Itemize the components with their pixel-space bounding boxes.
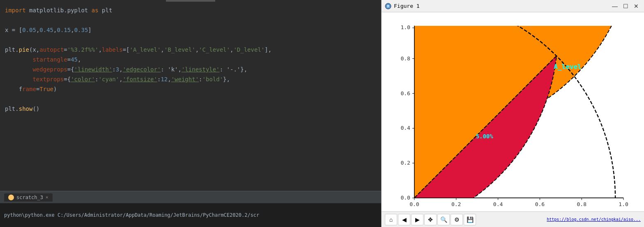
figure-chart-area: 0.0 0.2 0.4 0.6 0.8 1.0 0.0 0.2 0.4 0.6 … — [382, 12, 644, 211]
code-line-6: startangle=45, — [0, 55, 381, 65]
svg-text:0.2: 0.2 — [400, 160, 410, 166]
terminal-text: python\python.exe C:/Users/Administrator… — [4, 212, 259, 218]
figure-toolbar: ⌂ ◀ ▶ ✥ 🔍 ⚙ 💾 https://blog.csdn.net/chin… — [382, 211, 644, 227]
svg-text:M: M — [387, 5, 389, 9]
code-area[interactable]: import matplotlib.pyplot as plt x = [ 0.… — [0, 2, 381, 191]
figure-title: Figure 1 — [394, 3, 420, 9]
tab-close-button[interactable]: ✕ — [46, 195, 48, 200]
editor-panel: import matplotlib.pyplot as plt x = [ 0.… — [0, 0, 381, 227]
save-button[interactable]: 💾 — [464, 214, 476, 225]
svg-text:0.4: 0.4 — [400, 125, 410, 131]
figure-app-icon: M — [385, 3, 391, 9]
svg-text:0.8: 0.8 — [400, 55, 410, 62]
code-line-10 — [0, 94, 381, 104]
terminal-bar: scratch_3 ✕ — [0, 191, 381, 203]
back-button[interactable]: ◀ — [398, 214, 410, 225]
val-3: 0.35 — [74, 25, 88, 34]
code-line-3: x = [ 0.05 , 0.45 , 0.15 , 0.35 ] — [0, 25, 381, 35]
svg-text:0.6: 0.6 — [400, 90, 410, 96]
svg-text:0.0: 0.0 — [409, 201, 419, 207]
code-line-9: frame=True) — [0, 85, 381, 94]
svg-text:0.8: 0.8 — [577, 201, 586, 207]
svg-text:0.4: 0.4 — [493, 201, 503, 207]
move-button[interactable]: ✥ — [424, 214, 437, 225]
code-line-8: textprops={'color':'cyan','fontsize':12,… — [0, 75, 381, 85]
figure-titlebar: M Figure 1 — ☐ ✕ — [382, 0, 644, 12]
keyword-import: import — [5, 6, 26, 15]
svg-text:0.0: 0.0 — [400, 195, 410, 201]
svg-text:1.0: 1.0 — [619, 201, 628, 207]
svg-text:1.0: 1.0 — [400, 24, 410, 30]
minimize-button[interactable]: — — [610, 2, 619, 11]
code-line-7: wedgeprops={'linewidth': 3, 'edgecolor':… — [0, 65, 381, 75]
code-line-11: plt.show() — [0, 104, 381, 114]
label-a-level: A_level — [554, 63, 581, 71]
svg-text:0.2: 0.2 — [451, 201, 461, 207]
lib-name: matplotlib.pyplot — [26, 6, 92, 15]
val-2: 0.15 — [57, 25, 71, 34]
toolbar-buttons: ⌂ ◀ ▶ ✥ 🔍 ⚙ 💾 — [385, 214, 476, 225]
val-0: 0.05 — [22, 25, 36, 34]
figure-title-controls: — ☐ ✕ — [610, 2, 641, 11]
terminal-tab[interactable]: scratch_3 ✕ — [4, 193, 53, 202]
alias-plt: plt — [99, 6, 113, 15]
code-line-2 — [0, 16, 381, 25]
home-button[interactable]: ⌂ — [385, 214, 397, 225]
pct-a-level: 5.00% — [476, 133, 494, 140]
val-1: 0.45 — [39, 25, 53, 34]
forward-button[interactable]: ▶ — [411, 214, 423, 225]
figure-title-left: M Figure 1 — [385, 3, 420, 9]
python-icon — [8, 195, 14, 200]
figure-url: https://blog.csdn.net/chingkai/aiso... — [547, 217, 641, 222]
close-button[interactable]: ✕ — [632, 2, 641, 11]
chart-svg: 0.0 0.2 0.4 0.6 0.8 1.0 0.0 0.2 0.4 0.6 … — [382, 12, 644, 211]
settings-button[interactable]: ⚙ — [451, 214, 463, 225]
code-line-5: plt.pie(x, autopct='%3.2f%%', labels=['A… — [0, 45, 381, 55]
keyword-as: as — [92, 6, 99, 15]
tab-label: scratch_3 — [16, 195, 43, 200]
svg-text:0.6: 0.6 — [535, 201, 545, 207]
code-line-4 — [0, 35, 381, 45]
assign: = [ — [8, 25, 22, 34]
figure-window: M Figure 1 — ☐ ✕ 0.0 0.2 0.4 0.6 0.8 1.0 — [381, 0, 644, 227]
maximize-button[interactable]: ☐ — [621, 2, 630, 11]
code-line-1: import matplotlib.pyplot as plt — [0, 6, 381, 16]
var-x: x — [5, 25, 8, 34]
terminal-output: python\python.exe C:/Users/Administrator… — [0, 203, 381, 227]
zoom-button[interactable]: 🔍 — [437, 214, 450, 225]
